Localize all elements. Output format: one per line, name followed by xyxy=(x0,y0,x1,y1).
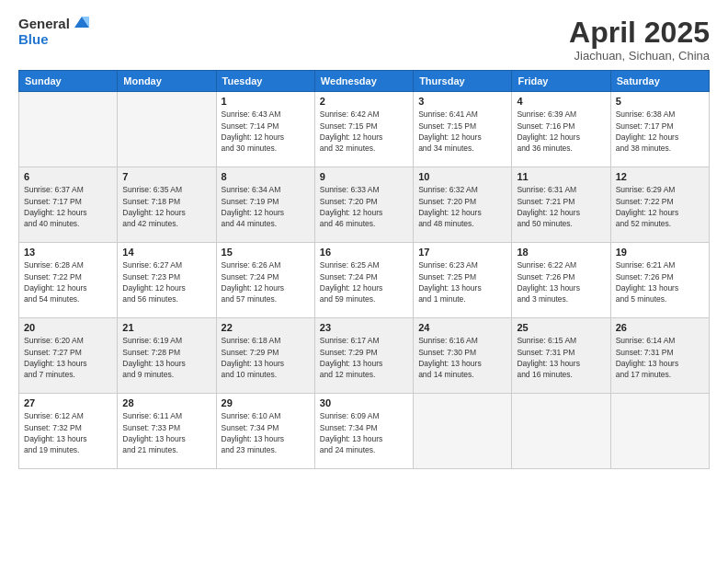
day-info: Sunrise: 6:16 AM Sunset: 7:30 PM Dayligh… xyxy=(418,335,506,380)
day-info: Sunrise: 6:26 AM Sunset: 7:24 PM Dayligh… xyxy=(222,259,310,304)
day-number: 7 xyxy=(122,171,210,182)
calendar-cell: 14Sunrise: 6:27 AM Sunset: 7:23 PM Dayli… xyxy=(118,243,216,318)
day-info: Sunrise: 6:21 AM Sunset: 7:26 PM Dayligh… xyxy=(616,259,704,304)
day-info: Sunrise: 6:22 AM Sunset: 7:26 PM Dayligh… xyxy=(517,259,605,304)
calendar-week-row: 1Sunrise: 6:43 AM Sunset: 7:14 PM Daylig… xyxy=(19,92,710,167)
day-info: Sunrise: 6:20 AM Sunset: 7:27 PM Dayligh… xyxy=(24,335,112,380)
calendar-week-row: 20Sunrise: 6:20 AM Sunset: 7:27 PM Dayli… xyxy=(19,318,710,394)
day-info: Sunrise: 6:37 AM Sunset: 7:17 PM Dayligh… xyxy=(24,184,112,229)
day-number: 21 xyxy=(122,322,210,333)
calendar-cell xyxy=(512,394,610,469)
calendar-cell: 17Sunrise: 6:23 AM Sunset: 7:25 PM Dayli… xyxy=(414,243,512,318)
day-info: Sunrise: 6:38 AM Sunset: 7:17 PM Dayligh… xyxy=(616,109,704,154)
day-info: Sunrise: 6:41 AM Sunset: 7:15 PM Dayligh… xyxy=(418,109,506,154)
header: General Blue April 2025 Jiachuan, Sichua… xyxy=(18,17,710,63)
calendar-cell: 10Sunrise: 6:32 AM Sunset: 7:20 PM Dayli… xyxy=(414,167,512,243)
day-number: 27 xyxy=(24,397,112,408)
calendar-cell xyxy=(118,92,216,167)
calendar-week-row: 13Sunrise: 6:28 AM Sunset: 7:22 PM Dayli… xyxy=(19,243,710,318)
day-of-week-header: Sunday xyxy=(19,71,118,92)
day-info: Sunrise: 6:34 AM Sunset: 7:19 PM Dayligh… xyxy=(222,184,310,229)
day-number: 25 xyxy=(517,322,605,333)
logo-icon xyxy=(73,13,91,31)
day-number: 15 xyxy=(222,247,310,258)
day-number: 14 xyxy=(122,247,210,258)
title-block: April 2025 Jiachuan, Sichuan, China xyxy=(569,17,710,63)
day-number: 29 xyxy=(222,397,310,408)
calendar-cell: 1Sunrise: 6:43 AM Sunset: 7:14 PM Daylig… xyxy=(216,92,314,167)
month-title: April 2025 xyxy=(569,17,710,49)
day-info: Sunrise: 6:19 AM Sunset: 7:28 PM Dayligh… xyxy=(122,335,210,380)
day-number: 26 xyxy=(616,322,704,333)
page: General Blue April 2025 Jiachuan, Sichua… xyxy=(0,0,728,563)
day-info: Sunrise: 6:27 AM Sunset: 7:23 PM Dayligh… xyxy=(122,259,210,304)
day-number: 10 xyxy=(418,171,506,182)
day-of-week-header: Friday xyxy=(512,71,610,92)
day-info: Sunrise: 6:31 AM Sunset: 7:21 PM Dayligh… xyxy=(517,184,605,229)
day-number: 28 xyxy=(122,397,210,408)
day-of-week-header: Monday xyxy=(118,71,216,92)
day-number: 5 xyxy=(616,96,704,107)
calendar-table: SundayMondayTuesdayWednesdayThursdayFrid… xyxy=(18,70,710,469)
calendar-cell: 3Sunrise: 6:41 AM Sunset: 7:15 PM Daylig… xyxy=(414,92,512,167)
day-info: Sunrise: 6:35 AM Sunset: 7:18 PM Dayligh… xyxy=(122,184,210,229)
day-info: Sunrise: 6:42 AM Sunset: 7:15 PM Dayligh… xyxy=(320,109,408,154)
calendar-cell: 26Sunrise: 6:14 AM Sunset: 7:31 PM Dayli… xyxy=(610,318,709,394)
calendar-cell xyxy=(610,394,709,469)
calendar-cell: 21Sunrise: 6:19 AM Sunset: 7:28 PM Dayli… xyxy=(118,318,216,394)
calendar-cell: 27Sunrise: 6:12 AM Sunset: 7:32 PM Dayli… xyxy=(19,394,118,469)
logo-general: General xyxy=(18,17,70,32)
day-number: 24 xyxy=(418,322,506,333)
calendar-cell xyxy=(414,394,512,469)
calendar-cell: 13Sunrise: 6:28 AM Sunset: 7:22 PM Dayli… xyxy=(19,243,118,318)
day-number: 9 xyxy=(320,171,408,182)
calendar-cell: 22Sunrise: 6:18 AM Sunset: 7:29 PM Dayli… xyxy=(216,318,314,394)
day-number: 16 xyxy=(320,247,408,258)
logo-blue: Blue xyxy=(18,32,49,48)
day-info: Sunrise: 6:28 AM Sunset: 7:22 PM Dayligh… xyxy=(24,259,112,304)
day-of-week-header: Wednesday xyxy=(314,71,413,92)
calendar-week-row: 6Sunrise: 6:37 AM Sunset: 7:17 PM Daylig… xyxy=(19,167,710,243)
day-of-week-header: Tuesday xyxy=(216,71,314,92)
day-number: 12 xyxy=(616,171,704,182)
day-info: Sunrise: 6:43 AM Sunset: 7:14 PM Dayligh… xyxy=(222,109,310,154)
day-info: Sunrise: 6:15 AM Sunset: 7:31 PM Dayligh… xyxy=(517,335,605,380)
calendar-cell xyxy=(19,92,118,167)
day-info: Sunrise: 6:23 AM Sunset: 7:25 PM Dayligh… xyxy=(418,259,506,304)
calendar-cell: 8Sunrise: 6:34 AM Sunset: 7:19 PM Daylig… xyxy=(216,167,314,243)
day-number: 4 xyxy=(517,96,605,107)
day-info: Sunrise: 6:12 AM Sunset: 7:32 PM Dayligh… xyxy=(24,410,112,455)
day-number: 3 xyxy=(418,96,506,107)
day-number: 2 xyxy=(320,96,408,107)
day-info: Sunrise: 6:39 AM Sunset: 7:16 PM Dayligh… xyxy=(517,109,605,154)
day-info: Sunrise: 6:14 AM Sunset: 7:31 PM Dayligh… xyxy=(616,335,704,380)
day-number: 18 xyxy=(517,247,605,258)
calendar-cell: 28Sunrise: 6:11 AM Sunset: 7:33 PM Dayli… xyxy=(118,394,216,469)
day-number: 30 xyxy=(320,397,408,408)
day-info: Sunrise: 6:29 AM Sunset: 7:22 PM Dayligh… xyxy=(616,184,704,229)
calendar-cell: 6Sunrise: 6:37 AM Sunset: 7:17 PM Daylig… xyxy=(19,167,118,243)
calendar-cell: 29Sunrise: 6:10 AM Sunset: 7:34 PM Dayli… xyxy=(216,394,314,469)
calendar-cell: 7Sunrise: 6:35 AM Sunset: 7:18 PM Daylig… xyxy=(118,167,216,243)
calendar-cell: 24Sunrise: 6:16 AM Sunset: 7:30 PM Dayli… xyxy=(414,318,512,394)
day-info: Sunrise: 6:32 AM Sunset: 7:20 PM Dayligh… xyxy=(418,184,506,229)
day-number: 17 xyxy=(418,247,506,258)
day-info: Sunrise: 6:33 AM Sunset: 7:20 PM Dayligh… xyxy=(320,184,408,229)
calendar-cell: 30Sunrise: 6:09 AM Sunset: 7:34 PM Dayli… xyxy=(314,394,413,469)
calendar-week-row: 27Sunrise: 6:12 AM Sunset: 7:32 PM Dayli… xyxy=(19,394,710,469)
calendar-cell: 16Sunrise: 6:25 AM Sunset: 7:24 PM Dayli… xyxy=(314,243,413,318)
calendar-cell: 20Sunrise: 6:20 AM Sunset: 7:27 PM Dayli… xyxy=(19,318,118,394)
calendar-cell: 5Sunrise: 6:38 AM Sunset: 7:17 PM Daylig… xyxy=(610,92,709,167)
day-of-week-header: Saturday xyxy=(610,71,709,92)
calendar-header-row: SundayMondayTuesdayWednesdayThursdayFrid… xyxy=(19,71,710,92)
day-info: Sunrise: 6:09 AM Sunset: 7:34 PM Dayligh… xyxy=(320,410,408,455)
day-info: Sunrise: 6:18 AM Sunset: 7:29 PM Dayligh… xyxy=(222,335,310,380)
day-number: 23 xyxy=(320,322,408,333)
day-of-week-header: Thursday xyxy=(414,71,512,92)
day-number: 6 xyxy=(24,171,112,182)
day-number: 13 xyxy=(24,247,112,258)
calendar-cell: 12Sunrise: 6:29 AM Sunset: 7:22 PM Dayli… xyxy=(610,167,709,243)
calendar-cell: 4Sunrise: 6:39 AM Sunset: 7:16 PM Daylig… xyxy=(512,92,610,167)
logo: General Blue xyxy=(18,17,91,47)
day-number: 11 xyxy=(517,171,605,182)
